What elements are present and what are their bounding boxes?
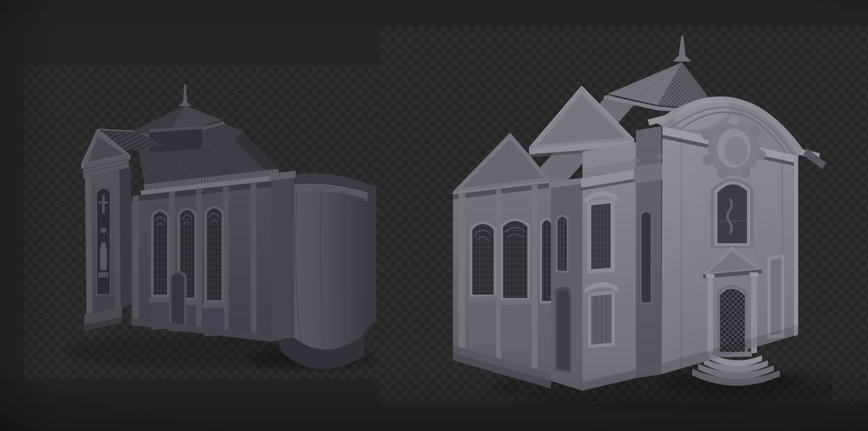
- right-model-facade-right-panel: [767, 254, 784, 339]
- left-model-window-1: [149, 210, 171, 330]
- left-model-door: [169, 270, 187, 332]
- right-building-render[interactable]: [446, 34, 833, 412]
- right-model-side-window-1: [468, 221, 498, 346]
- right-model-side-wall: [453, 183, 554, 388]
- right-model-pylon: [581, 142, 637, 391]
- right-model-recessed-bay: [549, 178, 584, 391]
- left-building-render[interactable]: [63, 82, 383, 372]
- right-model-pylon-upper-window: [585, 191, 617, 274]
- right-model-facade: [662, 115, 798, 386]
- right-model-corner-pier: [634, 126, 663, 378]
- left-model-window-3: [203, 206, 226, 337]
- left-model-corner-tower: [83, 155, 132, 331]
- right-model-spire: [673, 36, 691, 61]
- left-model-side-wall: [131, 181, 271, 342]
- left-model-rear-bay: [270, 171, 296, 342]
- right-model-side-window-2: [498, 218, 532, 351]
- left-model-spire: [178, 85, 192, 106]
